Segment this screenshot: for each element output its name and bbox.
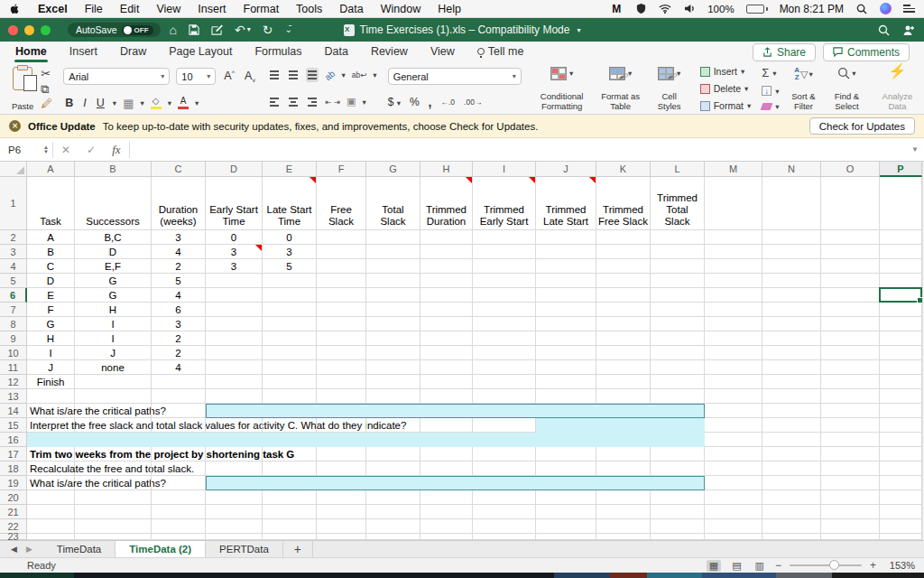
zoom-window-button[interactable] (41, 25, 51, 35)
cell-P3[interactable] (880, 245, 922, 259)
active-cell-P6[interactable] (879, 287, 922, 303)
cell-P20[interactable] (880, 490, 922, 505)
cell-A9[interactable]: H (27, 331, 75, 346)
cell-J9[interactable] (536, 331, 596, 346)
name-box[interactable]: P6 ▲▼ (0, 138, 52, 161)
cell-K22[interactable] (596, 519, 651, 534)
cell-H20[interactable] (420, 490, 473, 505)
cell-H14[interactable] (420, 404, 473, 418)
menu-format[interactable]: Format (244, 3, 280, 15)
number-format-select[interactable]: General ▾ (388, 68, 522, 85)
cell-J7[interactable] (536, 303, 596, 317)
analyze-data-button[interactable]: ⚡ Analyze Data (876, 65, 918, 112)
cell-J20[interactable] (536, 490, 596, 505)
cell-D5[interactable] (206, 274, 263, 288)
cell-D23[interactable] (206, 534, 263, 540)
cell-E15[interactable] (263, 418, 317, 433)
cell-K15[interactable] (596, 418, 651, 433)
sheet-tab-pertdata[interactable]: PERTData (206, 541, 283, 557)
cell-G13[interactable] (366, 389, 420, 404)
title-chevron-icon[interactable]: ▾ (577, 26, 580, 34)
cell-E7[interactable] (263, 303, 317, 317)
cell-N9[interactable] (762, 331, 821, 346)
page-break-view-icon[interactable]: ▥ (753, 560, 767, 572)
save-icon[interactable] (189, 24, 199, 35)
cell-N1[interactable] (762, 177, 821, 230)
share-person-icon[interactable] (902, 24, 916, 36)
cell-K2[interactable] (596, 230, 651, 245)
format-as-table-button[interactable]: 🖌 ▾ Format as Table (597, 65, 644, 112)
cell-D6[interactable] (206, 288, 263, 303)
cell-G11[interactable] (366, 360, 420, 375)
insert-cells-button[interactable]: Insert ▾ (700, 66, 752, 77)
cell-J12[interactable] (536, 375, 596, 389)
cell-D20[interactable] (206, 490, 263, 505)
cell-O13[interactable] (821, 389, 880, 404)
sheet-tab-timedata-2-[interactable]: TimeData (2) (116, 541, 206, 557)
cell-L16[interactable] (651, 433, 705, 447)
cell-L10[interactable] (651, 346, 705, 360)
row-header-3[interactable]: 3 (0, 245, 27, 259)
autosave-switch[interactable]: OFF (122, 25, 153, 35)
cell-C4[interactable]: 2 (152, 259, 206, 274)
cell-E12[interactable] (263, 375, 317, 389)
cell-N20[interactable] (762, 490, 821, 505)
cell-C9[interactable]: 2 (152, 331, 206, 346)
cell-I15[interactable] (473, 418, 536, 433)
fill-color-icon[interactable]: ◇ (151, 97, 162, 109)
cell-O14[interactable] (821, 404, 880, 418)
cell-F6[interactable] (317, 288, 366, 303)
cell-P23[interactable] (880, 534, 922, 540)
row-header-12[interactable]: 12 (0, 375, 27, 389)
sheet-nav-left-icon[interactable]: ◀ (11, 545, 17, 554)
cell-B5[interactable]: G (75, 274, 152, 288)
cell-C6[interactable]: 4 (152, 288, 206, 303)
cell-L5[interactable] (651, 274, 705, 288)
cell-D14[interactable] (206, 404, 263, 418)
column-header-G[interactable]: G (366, 162, 420, 177)
cell-M22[interactable] (705, 519, 762, 534)
cut-icon[interactable]: ✂ (41, 68, 52, 79)
cell-G7[interactable] (366, 303, 420, 317)
row-header-5[interactable]: 5 (0, 274, 27, 288)
cell-A22[interactable] (27, 519, 75, 534)
cell-C18[interactable] (152, 461, 206, 476)
cell-G18[interactable] (366, 461, 420, 476)
menu-file[interactable]: File (85, 3, 103, 15)
cell-G14[interactable] (366, 404, 420, 418)
cell-L22[interactable] (651, 519, 705, 534)
cell-E20[interactable] (263, 490, 317, 505)
cell-J16[interactable] (536, 433, 596, 447)
cell-G3[interactable] (366, 245, 420, 259)
cell-O16[interactable] (821, 433, 880, 447)
siri-icon[interactable] (880, 3, 892, 14)
cell-O21[interactable] (821, 505, 880, 519)
cell-D1[interactable]: Early Start Time (206, 177, 263, 230)
cell-J5[interactable] (536, 274, 596, 288)
cell-E16[interactable] (263, 433, 317, 447)
cell-A15[interactable]: Interpret the free slack and total slack… (27, 418, 75, 433)
column-header-N[interactable]: N (762, 162, 821, 177)
cell-I11[interactable] (473, 360, 536, 375)
cell-E14[interactable] (263, 404, 317, 418)
cell-E10[interactable] (263, 346, 317, 360)
notification-center-icon[interactable] (903, 3, 915, 14)
align-center-icon[interactable] (287, 95, 300, 109)
cell-P18[interactable] (880, 461, 922, 476)
cell-G5[interactable] (366, 274, 420, 288)
row-header-19[interactable]: 19 (0, 476, 27, 490)
cell-B4[interactable]: E,F (75, 259, 152, 274)
bold-button[interactable]: B (63, 97, 75, 109)
column-header-K[interactable]: K (596, 162, 651, 177)
cell-L18[interactable] (651, 461, 705, 476)
cell-L20[interactable] (651, 490, 705, 505)
conditional-formatting-button[interactable]: ▾ Conditional Formatting (532, 65, 592, 112)
cell-O19[interactable] (821, 476, 880, 490)
underline-chevron-icon[interactable]: ▾ (113, 98, 116, 107)
cell-A1[interactable]: Task (27, 177, 75, 230)
cell-I14[interactable] (473, 404, 536, 418)
cell-M21[interactable] (705, 505, 762, 519)
cell-F19[interactable] (317, 476, 366, 490)
increase-font-icon[interactable]: A^ (222, 70, 236, 82)
wrap-text-icon[interactable]: ab↩ (352, 70, 367, 79)
